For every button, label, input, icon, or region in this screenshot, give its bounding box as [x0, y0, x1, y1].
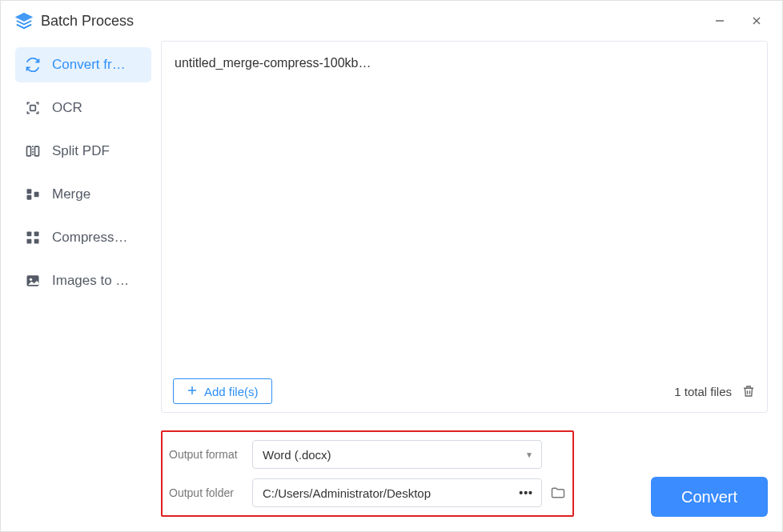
svg-rect-11 [34, 232, 39, 237]
output-options-highlight: Output format Word (.docx) ▼ Output fold… [161, 430, 574, 517]
output-folder-input[interactable]: C:/Users/Administrator/Desktop ••• [252, 478, 542, 507]
titlebar: Batch Process [1, 1, 782, 41]
svg-rect-7 [27, 189, 32, 194]
total-files-label: 1 total files [674, 385, 732, 398]
delete-all-button[interactable] [741, 384, 756, 398]
caret-down-icon: ▼ [525, 450, 533, 459]
app-logo-icon [15, 12, 33, 30]
window-title: Batch Process [41, 13, 134, 30]
svg-rect-9 [34, 192, 39, 198]
sidebar-item-label: Split PDF [52, 143, 110, 159]
sidebar-item-ocr[interactable]: OCR [15, 90, 151, 126]
sidebar-item-compress[interactable]: Compress… [15, 220, 151, 255]
output-format-value: Word (.docx) [263, 448, 331, 462]
sidebar-item-label: Images to … [52, 273, 129, 289]
image-icon [25, 273, 41, 289]
plus-icon [187, 385, 198, 398]
convert-button-label: Convert [681, 488, 737, 506]
svg-rect-12 [27, 239, 32, 244]
sidebar-item-images-to[interactable]: Images to … [15, 263, 151, 298]
svg-rect-4 [27, 146, 31, 156]
file-list-panel: untitled_merge-compress-100kb… Add file(… [161, 41, 768, 413]
minimize-button[interactable] [709, 10, 731, 32]
merge-icon [25, 186, 41, 202]
refresh-icon [25, 57, 41, 73]
ocr-icon [25, 100, 41, 116]
browse-folder-button[interactable] [550, 485, 566, 501]
output-folder-value: C:/Users/Administrator/Desktop [263, 486, 431, 500]
split-icon [25, 143, 41, 159]
convert-button[interactable]: Convert [651, 477, 768, 517]
svg-rect-8 [27, 195, 32, 200]
svg-point-15 [30, 278, 32, 281]
output-format-label: Output format [169, 448, 241, 461]
add-files-button[interactable]: Add file(s) [173, 378, 272, 404]
sidebar: Convert fr… OCR Split PDF Merge Compress… [1, 41, 161, 531]
output-format-select[interactable]: Word (.docx) ▼ [252, 440, 542, 469]
svg-rect-3 [30, 106, 36, 111]
add-files-label: Add file(s) [204, 385, 259, 398]
path-more-button[interactable]: ••• [519, 486, 533, 499]
close-button[interactable] [745, 10, 768, 32]
svg-rect-13 [34, 239, 39, 244]
sidebar-item-label: Convert fr… [52, 57, 126, 73]
compress-icon [25, 230, 41, 246]
sidebar-item-label: OCR [52, 100, 82, 116]
sidebar-item-label: Compress… [52, 230, 127, 246]
svg-rect-5 [35, 146, 39, 156]
file-entry[interactable]: untitled_merge-compress-100kb… [175, 56, 754, 70]
sidebar-item-label: Merge [52, 186, 90, 202]
sidebar-item-convert-from[interactable]: Convert fr… [15, 47, 151, 82]
svg-rect-10 [27, 232, 32, 237]
sidebar-item-merge[interactable]: Merge [15, 177, 151, 212]
output-folder-label: Output folder [169, 486, 241, 499]
sidebar-item-split-pdf[interactable]: Split PDF [15, 134, 151, 169]
